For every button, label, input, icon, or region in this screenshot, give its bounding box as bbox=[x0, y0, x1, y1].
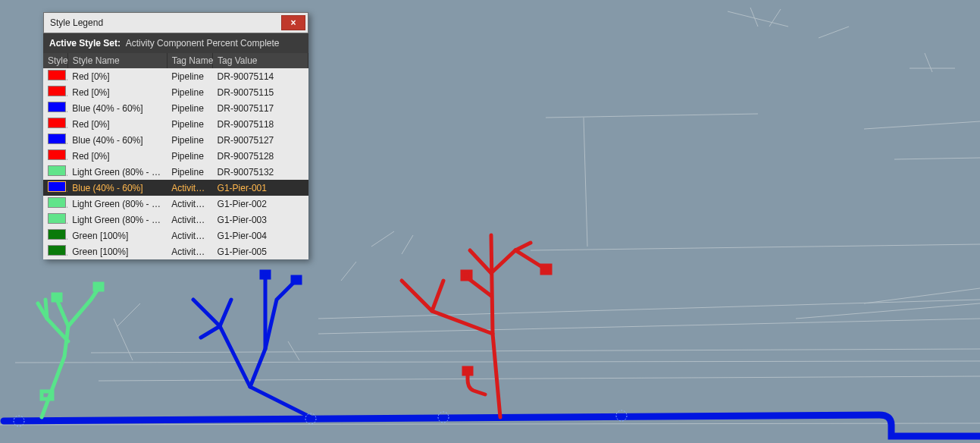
style-swatch-cell bbox=[43, 228, 67, 243]
legend-row[interactable]: Red [0%]PipelineDR-90075128 bbox=[43, 148, 308, 164]
style-swatch-cell bbox=[43, 243, 67, 259]
tag-name-cell: Activity ID - Pier bbox=[167, 243, 212, 259]
svg-rect-25 bbox=[261, 272, 269, 278]
svg-line-1 bbox=[15, 361, 980, 363]
svg-line-14 bbox=[925, 53, 932, 72]
svg-line-15 bbox=[894, 158, 980, 159]
tag-name-cell: Activity ID - Pier bbox=[167, 180, 212, 196]
legend-row[interactable]: Blue (40% - 60%]Activity ID - PierG1-Pie… bbox=[43, 180, 308, 196]
tag-name-cell: Pipeline bbox=[167, 164, 212, 180]
style-swatch-cell bbox=[43, 212, 67, 228]
color-swatch bbox=[48, 181, 66, 192]
svg-rect-29 bbox=[464, 368, 471, 374]
style-name-cell: Red [0%] bbox=[67, 84, 167, 100]
titlebar[interactable]: Style Legend × bbox=[43, 12, 308, 33]
svg-line-3 bbox=[91, 349, 980, 353]
style-swatch-cell bbox=[43, 100, 67, 116]
style-name-cell: Light Green (80% - 100%] bbox=[67, 196, 167, 212]
svg-rect-28 bbox=[542, 265, 550, 273]
color-swatch bbox=[48, 229, 66, 240]
svg-line-20 bbox=[117, 303, 140, 326]
window-title: Style Legend bbox=[44, 17, 109, 28]
svg-line-2 bbox=[99, 376, 980, 381]
style-name-cell: Blue (40% - 60%] bbox=[67, 180, 167, 196]
color-swatch bbox=[48, 197, 66, 208]
svg-line-22 bbox=[341, 262, 356, 281]
tag-value-cell: DR-90075132 bbox=[213, 164, 308, 180]
legend-header-row[interactable]: Style Style Name Tag Name Tag Value bbox=[43, 53, 308, 68]
close-icon: × bbox=[284, 17, 302, 28]
svg-line-9 bbox=[728, 11, 788, 27]
col-tag-value[interactable]: Tag Value bbox=[213, 53, 308, 68]
style-swatch-cell bbox=[43, 116, 67, 132]
close-button[interactable]: × bbox=[281, 15, 305, 30]
svg-rect-26 bbox=[293, 277, 300, 283]
style-legend-window[interactable]: Style Legend × Active Style Set: Activit… bbox=[43, 12, 308, 259]
tag-value-cell: DR-90075127 bbox=[213, 132, 308, 148]
col-tag-name[interactable]: Tag Name bbox=[167, 53, 212, 68]
legend-row[interactable]: Light Green (80% - 100%]PipelineDR-90075… bbox=[43, 164, 308, 180]
svg-line-19 bbox=[114, 319, 133, 360]
legend-row[interactable]: Red [0%]PipelineDR-90075115 bbox=[43, 84, 308, 100]
style-swatch-cell bbox=[43, 132, 67, 148]
legend-row[interactable]: Light Green (80% - 100%]Activity ID - Pi… bbox=[43, 196, 308, 212]
tag-value-cell: G1-Pier-003 bbox=[213, 212, 308, 228]
tag-name-cell: Pipeline bbox=[167, 100, 212, 116]
style-name-cell: Blue (40% - 60%] bbox=[67, 132, 167, 148]
tag-name-cell: Pipeline bbox=[167, 132, 212, 148]
tag-value-cell: DR-90075115 bbox=[213, 84, 308, 100]
color-swatch bbox=[48, 102, 66, 112]
tag-name-cell: Activity ID - Pier bbox=[167, 212, 212, 228]
style-name-cell: Red [0%] bbox=[67, 116, 167, 132]
svg-line-21 bbox=[288, 341, 299, 360]
style-name-cell: Light Green (80% - 100%] bbox=[67, 212, 167, 228]
style-name-cell: Light Green (80% - 100%] bbox=[67, 164, 167, 180]
legend-row[interactable]: Green [100%]Activity ID - PierG1-Pier-00… bbox=[43, 243, 308, 259]
style-swatch-cell bbox=[43, 196, 67, 212]
svg-line-18 bbox=[796, 303, 980, 319]
tag-value-cell: DR-90075118 bbox=[213, 116, 308, 132]
style-swatch-cell bbox=[43, 68, 67, 84]
color-swatch bbox=[48, 134, 66, 144]
color-swatch bbox=[48, 245, 66, 256]
tag-value-cell: DR-90075114 bbox=[213, 68, 308, 84]
active-style-label: Active Style Set: bbox=[49, 38, 121, 49]
legend-row[interactable]: Blue (40% - 60%]PipelineDR-90075127 bbox=[43, 132, 308, 148]
color-swatch bbox=[48, 149, 66, 160]
tag-value-cell: G1-Pier-004 bbox=[213, 228, 308, 243]
color-swatch bbox=[48, 165, 66, 176]
legend-row[interactable]: Green [100%]Activity ID - PierG1-Pier-00… bbox=[43, 228, 308, 243]
legend-row[interactable]: Light Green (80% - 100%]Activity ID - Pi… bbox=[43, 212, 308, 228]
tag-value-cell: DR-90075128 bbox=[213, 148, 308, 164]
tag-name-cell: Activity ID - Pier bbox=[167, 196, 212, 212]
svg-line-16 bbox=[864, 121, 980, 129]
tag-name-cell: Activity ID - Pier bbox=[167, 228, 212, 243]
tag-name-cell: Pipeline bbox=[167, 68, 212, 84]
style-swatch-cell bbox=[43, 180, 67, 196]
svg-rect-32 bbox=[42, 391, 52, 399]
style-name-cell: Green [100%] bbox=[67, 243, 167, 259]
style-swatch-cell bbox=[43, 148, 67, 164]
tag-name-cell: Pipeline bbox=[167, 116, 212, 132]
tag-value-cell: G1-Pier-001 bbox=[213, 180, 308, 196]
style-swatch-cell bbox=[43, 84, 67, 100]
active-style-value: Activity Component Percent Complete bbox=[126, 38, 280, 49]
color-swatch bbox=[48, 70, 66, 80]
svg-line-0 bbox=[0, 423, 980, 425]
tag-value-cell: DR-90075117 bbox=[213, 100, 308, 116]
style-swatch-cell bbox=[43, 164, 67, 180]
legend-table[interactable]: Style Style Name Tag Name Tag Value Red … bbox=[43, 53, 308, 259]
svg-line-7 bbox=[546, 114, 758, 118]
color-swatch bbox=[48, 86, 66, 96]
style-name-cell: Red [0%] bbox=[67, 68, 167, 84]
legend-row[interactable]: Red [0%]PipelineDR-90075114 bbox=[43, 68, 308, 84]
tag-name-cell: Pipeline bbox=[167, 148, 212, 164]
legend-row[interactable]: Red [0%]PipelineDR-90075118 bbox=[43, 116, 308, 132]
svg-line-4 bbox=[318, 319, 980, 334]
svg-line-6 bbox=[531, 244, 980, 250]
col-style-name[interactable]: Style Name bbox=[67, 53, 167, 68]
legend-row[interactable]: Blue (40% - 60%]PipelineDR-90075117 bbox=[43, 100, 308, 116]
col-style[interactable]: Style bbox=[43, 53, 67, 68]
svg-rect-30 bbox=[53, 294, 61, 300]
tag-value-cell: G1-Pier-002 bbox=[213, 196, 308, 212]
